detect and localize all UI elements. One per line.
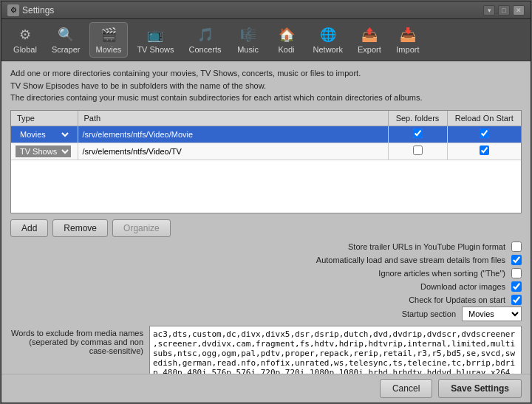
global-icon: ⚙ (16, 26, 34, 44)
auto-load-checkbox[interactable] (511, 255, 522, 265)
main-content: Add one or more directories containing y… (1, 61, 531, 374)
toolbar-label-movies: Movies (96, 45, 122, 54)
row2-sep[interactable] (388, 143, 447, 160)
app-icon: ⚙ (7, 4, 19, 16)
toolbar-item-global[interactable]: ⚙ Global (7, 23, 43, 57)
type-select-2[interactable]: TV Shows Movies Concerts Music (16, 145, 71, 157)
movies-icon: 🎬 (100, 26, 117, 44)
organize-button[interactable]: Organize (112, 219, 171, 237)
row1-path: /srv/elements/ntfs/Video/Movie (78, 126, 388, 143)
description-block: Add one or more directories containing y… (10, 67, 522, 104)
kodi-icon: 🏠 (278, 26, 296, 44)
scraper-icon: 🔍 (57, 26, 75, 44)
add-button[interactable]: Add (10, 219, 48, 237)
settings-window: ⚙ Settings ▾ □ ✕ ⚙ Global 🔍 Scraper 🎬 Mo… (1, 1, 531, 403)
row2-type[interactable]: TV Shows Movies Concerts Music (11, 143, 78, 160)
music-icon: 🎼 (239, 26, 257, 44)
cancel-button[interactable]: Cancel (380, 379, 432, 398)
desc-line2: TV Show Episodes have to be in subfolder… (10, 80, 522, 92)
toolbar: ⚙ Global 🔍 Scraper 🎬 Movies 📺 TV Shows 🎵… (1, 19, 531, 61)
toolbar-label-music: Music (237, 45, 259, 54)
network-icon: 🌐 (319, 26, 337, 44)
concerts-icon: 🎵 (197, 26, 214, 44)
auto-load-label: Automatically load and save stream detai… (316, 256, 505, 264)
table-row[interactable]: TV Shows Movies Concerts Music /srv/elem… (11, 143, 521, 160)
toolbar-item-export[interactable]: 📤 Export (352, 23, 387, 57)
check-updates-label: Check for Updates on start (409, 295, 505, 304)
desc-line3: The directories containg your music must… (10, 92, 522, 104)
words-textarea[interactable]: ac3,dts,custom,dc,divx,divx5,dsr,dsrip,d… (149, 326, 522, 374)
row2-sep-checkbox[interactable] (413, 145, 423, 155)
minimize-button[interactable]: ▾ (483, 5, 495, 16)
title-bar-controls: ▾ □ ✕ (483, 5, 525, 16)
export-icon: 📤 (361, 26, 378, 44)
save-settings-button[interactable]: Save Settings (438, 379, 522, 398)
download-actor-label: Download actor images (420, 282, 505, 291)
table-header-row: Type Path Sep. folders Reload On Start (11, 111, 521, 126)
toolbar-item-network[interactable]: 🌐 Network (307, 23, 349, 57)
desc-line1: Add one or more directories containing y… (10, 67, 522, 80)
col-header-sep: Sep. folders (388, 111, 447, 126)
startup-label: Startup section (402, 309, 456, 318)
toolbar-label-import: Import (396, 45, 419, 54)
maximize-button[interactable]: □ (498, 5, 510, 16)
import-icon: 📥 (399, 26, 417, 44)
toolbar-label-kodi: Kodi (279, 45, 295, 54)
col-header-type: Type (11, 111, 78, 126)
startup-row: Startup section Movies TV Shows Concerts… (10, 307, 522, 321)
ignore-articles-checkbox[interactable] (511, 268, 522, 278)
toolbar-item-scraper[interactable]: 🔍 Scraper (46, 23, 86, 57)
col-header-reload: Reload On Start (447, 111, 521, 126)
auto-load-row: Automatically load and save stream detai… (10, 255, 522, 265)
action-buttons: Add Remove Organize (10, 219, 522, 237)
toolbar-label-concerts: Concerts (189, 45, 222, 54)
toolbar-label-scraper: Scraper (52, 45, 81, 54)
title-bar: ⚙ Settings ▾ □ ✕ (1, 1, 531, 19)
toolbar-item-kodi[interactable]: 🏠 Kodi (269, 23, 304, 57)
download-actor-checkbox[interactable] (511, 281, 522, 292)
row1-reload[interactable] (447, 126, 521, 143)
row2-reload[interactable] (447, 143, 521, 160)
check-updates-checkbox[interactable] (511, 295, 522, 305)
toolbar-item-concerts[interactable]: 🎵 Concerts (183, 23, 228, 57)
row1-sep-checkbox[interactable] (413, 129, 423, 138)
row1-sep[interactable] (388, 126, 447, 143)
type-select-1[interactable]: Movies TV Shows Concerts Music (16, 129, 71, 140)
col-header-path: Path (78, 111, 388, 126)
toolbar-item-import[interactable]: 📥 Import (390, 23, 426, 57)
store-trailer-checkbox[interactable] (511, 242, 522, 252)
toolbar-label-tvshows: TV Shows (137, 45, 174, 54)
row2-path: /srv/elements/ntfs/Video/TV (78, 143, 388, 160)
toolbar-label-global: Global (13, 45, 37, 54)
toolbar-label-network: Network (313, 45, 343, 54)
title-bar-left: ⚙ Settings (7, 4, 54, 16)
toolbar-item-music[interactable]: 🎼 Music (231, 23, 266, 57)
ignore-articles-row: Ignore articles when sorting ("The") (10, 268, 522, 278)
row2-reload-checkbox[interactable] (480, 145, 489, 155)
remove-button[interactable]: Remove (52, 219, 108, 237)
close-button[interactable]: ✕ (513, 5, 525, 16)
check-updates-row: Check for Updates on start (10, 295, 522, 305)
store-trailer-row: Store trailer URLs in YouTube Plugin for… (10, 242, 522, 252)
toolbar-label-export: Export (358, 45, 381, 54)
ignore-articles-label: Ignore articles when sorting ("The") (378, 269, 505, 278)
store-trailer-label: Store trailer URLs in YouTube Plugin for… (348, 242, 505, 251)
row1-reload-checkbox[interactable] (480, 129, 489, 138)
toolbar-item-tvshows[interactable]: 📺 TV Shows (131, 23, 180, 57)
words-section: Words to exclude from media names (seper… (10, 326, 522, 369)
directories-table-container: Type Path Sep. folders Reload On Start M… (10, 110, 522, 213)
directories-table: Type Path Sep. folders Reload On Start M… (11, 111, 521, 160)
tvshows-icon: 📺 (146, 26, 164, 44)
footer: Cancel Save Settings (1, 374, 531, 403)
window-title: Settings (22, 5, 54, 16)
row1-type[interactable]: Movies TV Shows Concerts Music (11, 126, 78, 143)
startup-select[interactable]: Movies TV Shows Concerts Music (462, 307, 522, 321)
options-section: Store trailer URLs in YouTube Plugin for… (10, 242, 522, 305)
words-label: Words to exclude from media names (seper… (10, 326, 143, 369)
table-row[interactable]: Movies TV Shows Concerts Music /srv/elem… (11, 126, 521, 143)
download-actor-row: Download actor images (10, 281, 522, 292)
toolbar-item-movies[interactable]: 🎬 Movies (89, 22, 129, 58)
